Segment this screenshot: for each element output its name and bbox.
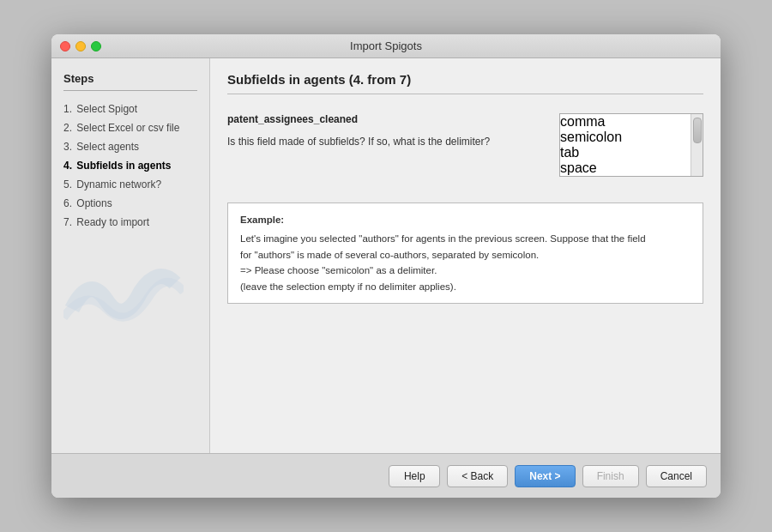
example-box: Example: Let's imagine you selected "aut…	[227, 203, 703, 304]
watermark	[63, 257, 197, 329]
bottom-bar: Help < Back Next > Finish Cancel	[51, 453, 721, 498]
step-6: 6. Options	[63, 194, 197, 213]
finish-button[interactable]: Finish	[582, 465, 639, 487]
field-label-block: patent_assignees_cleaned Is this field m…	[227, 113, 542, 149]
scrollbar-track[interactable]	[691, 114, 703, 176]
panel-title: Subfields in agents (4. from 7)	[227, 72, 703, 94]
app-window: Import Spigots Steps 1. Select Spigot 2.…	[51, 34, 721, 498]
example-text: Let's imagine you selected "authors" for…	[240, 233, 646, 291]
content-area: Steps 1. Select Spigot 2. Select Excel o…	[51, 58, 721, 453]
scrollbar-thumb[interactable]	[693, 118, 702, 143]
minimize-button[interactable]	[75, 41, 86, 51]
step-5: 5. Dynamic network?	[63, 175, 197, 194]
close-button[interactable]	[60, 41, 70, 51]
field-question-text: Is this field made of subfields? If so, …	[227, 134, 542, 149]
step-4-active: 4. Subfields in agents	[63, 156, 197, 175]
delimiter-semicolon[interactable]: semicolon	[560, 130, 691, 145]
delimiter-comma[interactable]: comma	[560, 114, 691, 130]
cancel-button[interactable]: Cancel	[646, 465, 707, 487]
help-button[interactable]: Help	[389, 465, 440, 487]
field-section: patent_assignees_cleaned Is this field m…	[227, 113, 703, 177]
sidebar: Steps 1. Select Spigot 2. Select Excel o…	[51, 58, 210, 453]
delimiter-tab[interactable]: tab	[560, 145, 691, 160]
step-7: 7. Ready to import	[63, 213, 197, 232]
step-2: 2. Select Excel or csv file	[63, 118, 197, 137]
step-3: 3. Select agents	[63, 137, 197, 156]
back-button[interactable]: < Back	[447, 465, 508, 487]
title-bar: Import Spigots	[51, 34, 721, 58]
delimiter-space[interactable]: space	[560, 160, 691, 176]
field-name-label: patent_assignees_cleaned	[227, 113, 542, 125]
delimiter-listbox[interactable]: comma semicolon tab space	[559, 113, 703, 177]
example-title: Example:	[240, 212, 691, 227]
sidebar-title: Steps	[63, 72, 197, 91]
main-panel: Subfields in agents (4. from 7) patent_a…	[210, 58, 721, 453]
window-title: Import Spigots	[350, 39, 422, 52]
steps-list: 1. Select Spigot 2. Select Excel or csv …	[63, 100, 197, 232]
maximize-button[interactable]	[91, 41, 101, 51]
next-button[interactable]: Next >	[515, 465, 575, 487]
traffic-lights	[60, 41, 101, 51]
delimiter-options: comma semicolon tab space	[560, 114, 691, 176]
step-1: 1. Select Spigot	[63, 100, 197, 118]
